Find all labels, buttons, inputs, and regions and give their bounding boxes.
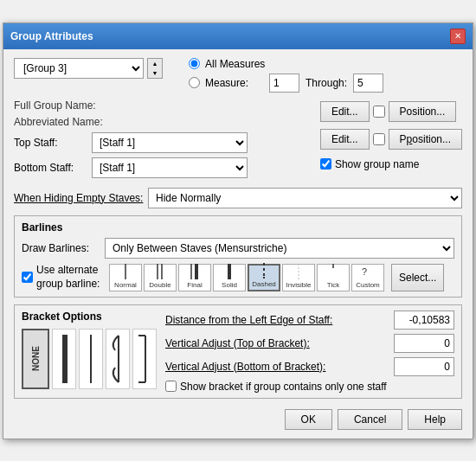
barline-select-button[interactable]: Select... xyxy=(391,264,444,291)
full-group-position-button[interactable]: Position... xyxy=(389,101,457,122)
close-icon: ✕ xyxy=(454,31,461,41)
name-fields-section: Full Group Name: Abbreviated Name: Top S… xyxy=(14,99,462,182)
bracket-section: Bracket Options NONE xyxy=(22,311,157,393)
top-staff-row: Top Staff: [Staff 1] [Staff 2] xyxy=(14,132,312,153)
bottom-staff-row: Bottom Staff: [Staff 1] [Staff 3] xyxy=(14,157,312,178)
hiding-label: When Hiding Empty Staves: xyxy=(14,192,148,204)
abbreviated-label: Abbreviated Name: xyxy=(14,116,118,128)
full-group-btn-row: Edit... Position... xyxy=(320,101,462,122)
distance-row: Distance from the Left Edge of Staff: xyxy=(165,311,454,330)
all-measures-row: All Measures xyxy=(189,58,383,70)
barlines-title: Barlines xyxy=(22,221,454,234)
barline-final[interactable]: Final xyxy=(178,264,211,291)
bracket-thin-bar[interactable] xyxy=(79,329,103,389)
barline-normal[interactable]: Normal xyxy=(109,264,142,291)
title-bar: Group Attributes ✕ xyxy=(3,23,473,49)
svg-rect-13 xyxy=(62,335,68,383)
bracket-thick-bar[interactable] xyxy=(52,329,76,389)
distance-input[interactable] xyxy=(394,311,454,330)
barline-custom[interactable]: ? Custom xyxy=(351,264,384,291)
measure-from-input[interactable] xyxy=(269,74,299,93)
full-group-checkbox[interactable] xyxy=(373,106,385,118)
bottom-staff-label: Bottom Staff: xyxy=(14,162,92,174)
measure-inputs: Through: xyxy=(269,74,383,93)
alt-barline-label: Use alternategroup barline: xyxy=(36,264,106,291)
name-fields-right: Edit... Position... Edit... Pposition...… xyxy=(320,99,462,182)
vertical-top-label: Vertical Adjust (Top of Bracket): xyxy=(165,337,394,349)
bracket-none-label: NONE xyxy=(31,346,41,371)
through-label: Through: xyxy=(306,77,347,89)
abbreviated-checkbox[interactable] xyxy=(373,133,385,145)
dialog-title: Group Attributes xyxy=(10,30,93,42)
spin-buttons: ▲ ▼ xyxy=(147,58,163,79)
name-fields-left: Full Group Name: Abbreviated Name: Top S… xyxy=(14,99,312,182)
show-group-checkbox[interactable] xyxy=(320,158,331,170)
bracket-icons: NONE xyxy=(22,329,157,389)
full-group-row: Full Group Name: xyxy=(14,99,312,112)
show-group-label: Show group name xyxy=(335,158,419,170)
group-select-container: [Group 1][Group 2][Group 3] ▲ ▼ xyxy=(14,58,163,79)
show-bracket-row: Show bracket if group contains only one … xyxy=(165,381,454,393)
full-group-label: Full Group Name: xyxy=(14,99,118,112)
abbreviated-row: Abbreviated Name: xyxy=(14,116,312,128)
show-group-row: Show group name xyxy=(320,158,462,170)
show-bracket-checkbox[interactable] xyxy=(165,381,177,392)
barline-tick[interactable]: Tick xyxy=(317,264,350,291)
draw-barlines-label: Draw Barlines: xyxy=(22,242,100,254)
spin-down-button[interactable]: ▼ xyxy=(148,68,162,78)
measures-panel: All Measures Measure: Through: xyxy=(189,58,383,93)
show-bracket-label: Show bracket if group contains only one … xyxy=(180,381,387,393)
barline-dashed[interactable]: Dashed xyxy=(248,264,280,291)
vertical-bottom-label: Vertical Adjust (Bottom of Bracket): xyxy=(165,361,394,373)
bracket-fields: Distance from the Left Edge of Staff: Ve… xyxy=(165,311,454,393)
measure-range-row: Measure: Through: xyxy=(189,74,383,93)
bracket-curved[interactable] xyxy=(106,329,130,389)
draw-barlines-select[interactable]: Only Between Staves (Mensurstriche) Thro… xyxy=(105,238,454,259)
full-group-edit-button[interactable]: Edit... xyxy=(320,101,370,122)
draw-barlines-row: Draw Barlines: Only Between Staves (Mens… xyxy=(22,238,454,259)
barline-icons: Normal Double Final Solid xyxy=(109,264,384,291)
cancel-button[interactable]: Cancel xyxy=(338,409,402,430)
abbreviated-btn-row: Edit... Pposition... xyxy=(320,129,462,150)
all-measures-radio[interactable] xyxy=(189,58,200,69)
measure-range-radio[interactable] xyxy=(189,77,200,88)
ok-button[interactable]: OK xyxy=(285,409,332,430)
barline-solid[interactable]: Solid xyxy=(213,264,246,291)
bracket-square[interactable] xyxy=(132,329,157,389)
hiding-select[interactable]: Hide Normally Hide Always Never Hide xyxy=(148,188,462,208)
alt-barline-checkbox[interactable] xyxy=(22,272,33,283)
footer-buttons: OK Cancel Help xyxy=(14,406,462,430)
measure-label: Measure: xyxy=(205,77,248,89)
help-button[interactable]: Help xyxy=(408,409,462,430)
close-button[interactable]: ✕ xyxy=(450,29,466,44)
svg-text:?: ? xyxy=(362,266,367,277)
barline-invisible[interactable]: Invisible xyxy=(282,264,315,291)
abbreviated-edit-button[interactable]: Edit... xyxy=(320,129,370,150)
bracket-options-group: Bracket Options NONE xyxy=(14,304,462,399)
top-staff-label: Top Staff: xyxy=(14,137,92,149)
bottom-staff-select[interactable]: [Staff 1] [Staff 3] xyxy=(92,157,248,178)
top-staff-select[interactable]: [Staff 1] [Staff 2] xyxy=(92,132,248,153)
group-attributes-dialog: Group Attributes ✕ [Group 1][Group 2][Gr… xyxy=(3,22,473,439)
vertical-top-input[interactable] xyxy=(394,334,454,353)
hiding-row: When Hiding Empty Staves: Hide Normally … xyxy=(14,188,462,208)
abbreviated-position-button[interactable]: Pposition... xyxy=(389,129,462,150)
vertical-bottom-input[interactable] xyxy=(394,357,454,376)
bracket-title: Bracket Options xyxy=(22,311,157,323)
vertical-bottom-row: Vertical Adjust (Bottom of Bracket): xyxy=(165,357,454,376)
svg-rect-5 xyxy=(228,264,231,279)
measure-to-input[interactable] xyxy=(353,74,383,93)
spin-up-button[interactable]: ▲ xyxy=(148,59,162,68)
distance-label: Distance from the Left Edge of Staff: xyxy=(165,314,394,326)
bracket-none[interactable]: NONE xyxy=(22,329,49,389)
all-measures-label: All Measures xyxy=(205,58,265,70)
group-select[interactable]: [Group 1][Group 2][Group 3] xyxy=(14,58,144,79)
vertical-top-row: Vertical Adjust (Top of Bracket): xyxy=(165,334,454,353)
alt-barline-row: Use alternategroup barline: Normal Doubl… xyxy=(22,264,454,291)
barline-double[interactable]: Double xyxy=(144,264,177,291)
svg-rect-4 xyxy=(195,264,198,279)
barlines-group: Barlines Draw Barlines: Only Between Sta… xyxy=(14,215,462,298)
